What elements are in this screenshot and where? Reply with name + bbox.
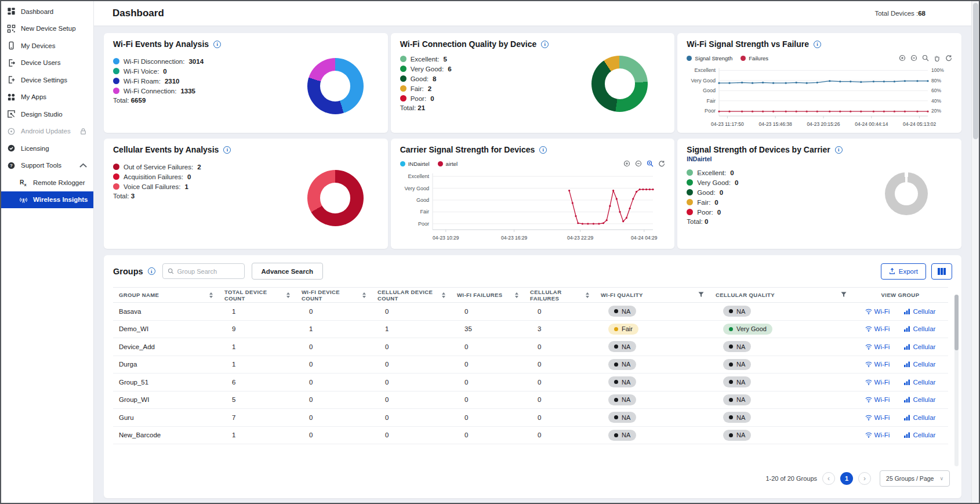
sort-icon[interactable] xyxy=(586,292,589,298)
cell-total-devices: 7 xyxy=(219,409,296,427)
view-wifi-link[interactable]: Wi-Fi xyxy=(865,432,890,438)
table-row: Basava10000NANAWi-FiCellular xyxy=(113,303,948,321)
view-cellular-link[interactable]: Cellular xyxy=(903,361,935,368)
zoom-select-icon[interactable] xyxy=(647,160,654,167)
cell-cellular-devices: 0 xyxy=(372,374,451,391)
table-scrollbar[interactable] xyxy=(954,295,959,466)
sidebar-item-wireless-insights[interactable]: Wireless Insights xyxy=(1,191,93,209)
page-scrollbar-thumb[interactable] xyxy=(973,3,978,139)
page-size-select[interactable]: 25 Groups / Page xyxy=(880,470,950,487)
view-wifi-link[interactable]: Wi-Fi xyxy=(865,414,890,421)
info-icon[interactable] xyxy=(148,267,155,275)
view-wifi-link[interactable]: Wi-Fi xyxy=(865,396,890,403)
total-devices-label: Total Devices : xyxy=(874,10,918,17)
badge-dot xyxy=(729,398,733,402)
column-header[interactable]: CELLULAR FAILURES xyxy=(524,288,595,303)
sidebar-item-label: Device Settings xyxy=(21,77,67,84)
column-header[interactable]: WI-FI QUALITY xyxy=(595,288,710,303)
line-chart: Excellent100%Very Good80%Good60%Fair40%P… xyxy=(687,64,952,131)
next-page-button[interactable] xyxy=(858,472,871,485)
sort-icon[interactable] xyxy=(442,292,445,298)
column-header[interactable]: WI-FI FAILURES xyxy=(451,288,524,303)
legend-value: 3014 xyxy=(188,58,204,65)
view-cellular-link[interactable]: Cellular xyxy=(903,414,935,421)
legend-value: 0 xyxy=(163,68,166,75)
advance-search-button[interactable]: Advance Search xyxy=(252,263,324,280)
info-icon[interactable] xyxy=(814,41,821,48)
view-wifi-link[interactable]: Wi-Fi xyxy=(865,325,890,332)
column-header[interactable]: TOTAL DEVICE COUNT xyxy=(219,288,296,303)
cell-cellular-quality: NA xyxy=(710,374,852,391)
column-header[interactable]: CELLULAR QUALITY xyxy=(710,288,852,303)
reset-icon[interactable] xyxy=(945,55,952,61)
export-button[interactable]: Export xyxy=(881,263,926,280)
view-wifi-link[interactable]: Wi-Fi xyxy=(865,361,890,368)
filter-icon[interactable] xyxy=(841,292,847,299)
column-header[interactable]: CELLULAR DEVICE COUNT xyxy=(372,288,451,303)
prev-page-button[interactable] xyxy=(822,472,835,485)
sidebar-item-device-settings[interactable]: Device Settings xyxy=(1,71,93,89)
legend-item: Good:8 xyxy=(400,74,452,84)
info-icon[interactable] xyxy=(213,41,221,48)
sidebar-item-design-studio[interactable]: Design Studio xyxy=(1,106,93,123)
view-cellular-link[interactable]: Cellular xyxy=(903,432,935,438)
column-header[interactable]: VIEW GROUP xyxy=(852,288,948,303)
sidebar-item-label: Dashboard xyxy=(21,8,53,15)
cell-cellular-failures: 0 xyxy=(524,409,595,427)
table-scrollbar-thumb[interactable] xyxy=(954,295,959,350)
view-cellular-link[interactable]: Cellular xyxy=(903,325,935,332)
filter-icon[interactable] xyxy=(698,292,704,299)
pan-icon[interactable] xyxy=(934,55,941,61)
view-cellular-link[interactable]: Cellular xyxy=(903,379,935,386)
search-icon xyxy=(168,268,174,274)
sidebar-item-dashboard[interactable]: Dashboard xyxy=(1,3,93,20)
column-header[interactable]: GROUP NAME xyxy=(113,288,219,303)
zoom-out-icon[interactable] xyxy=(635,160,642,167)
sort-icon[interactable] xyxy=(209,292,213,298)
legend-label: Very Good: xyxy=(697,179,731,186)
cell-cellular-quality: Very Good xyxy=(710,320,852,338)
columns-icon xyxy=(941,268,943,275)
cell-wifi-devices: 0 xyxy=(296,356,372,374)
svg-text:Very Good: Very Good xyxy=(404,186,429,191)
zoom-out-icon[interactable] xyxy=(910,55,917,61)
group-search-input[interactable] xyxy=(177,268,239,275)
legend-label: Acquisition Failures: xyxy=(124,173,183,180)
sidebar-item-remote-rxlogger[interactable]: Rx Remote Rxlogger xyxy=(1,174,93,191)
view-cellular-link[interactable]: Cellular xyxy=(903,308,935,315)
column-header[interactable]: WI-FI DEVICE COUNT xyxy=(296,288,372,303)
current-page-button[interactable]: 1 xyxy=(840,472,853,485)
legend-value: 0 xyxy=(720,189,723,196)
wifi-icon xyxy=(865,414,872,421)
info-icon[interactable] xyxy=(835,146,843,154)
sort-icon[interactable] xyxy=(362,292,366,298)
info-icon[interactable] xyxy=(541,41,549,48)
sidebar-item-support-tools[interactable]: ? Support Tools xyxy=(1,157,93,175)
view-cellular-link[interactable]: Cellular xyxy=(903,396,935,403)
view-wifi-link[interactable]: Wi-Fi xyxy=(865,379,890,386)
sidebar-item-new-device-setup[interactable]: New Device Setup xyxy=(1,20,93,38)
reset-icon[interactable] xyxy=(658,160,665,167)
page-scrollbar[interactable] xyxy=(971,1,979,503)
cell-cellular-devices: 0 xyxy=(372,356,451,374)
view-wifi-link[interactable]: Wi-Fi xyxy=(865,308,890,315)
legend-color-dot xyxy=(113,68,119,74)
info-icon[interactable] xyxy=(539,146,547,154)
column-settings-button[interactable] xyxy=(931,263,952,280)
sort-icon[interactable] xyxy=(515,292,518,298)
cell-cellular-devices: 0 xyxy=(372,426,451,444)
sidebar-item-my-devices[interactable]: My Devices xyxy=(1,37,93,55)
view-cellular-link[interactable]: Cellular xyxy=(903,343,935,350)
sidebar-item-licensing[interactable]: Licensing xyxy=(1,140,93,157)
sidebar-item-device-users[interactable]: Device Users xyxy=(1,55,93,72)
pagination: 1-20 of 20 Groups 1 25 Groups / Page xyxy=(765,470,950,487)
info-icon[interactable] xyxy=(223,146,231,154)
view-wifi-link[interactable]: Wi-Fi xyxy=(865,343,890,350)
zoom-in-icon[interactable] xyxy=(623,160,630,167)
sidebar-item-my-apps[interactable]: My Apps xyxy=(1,89,93,106)
zoom-select-icon[interactable] xyxy=(922,55,929,61)
zoom-in-icon[interactable] xyxy=(899,55,906,61)
export-icon xyxy=(889,268,895,274)
sort-icon[interactable] xyxy=(286,292,290,298)
sidebar-item-android-updates[interactable]: Android Updates xyxy=(1,123,93,140)
